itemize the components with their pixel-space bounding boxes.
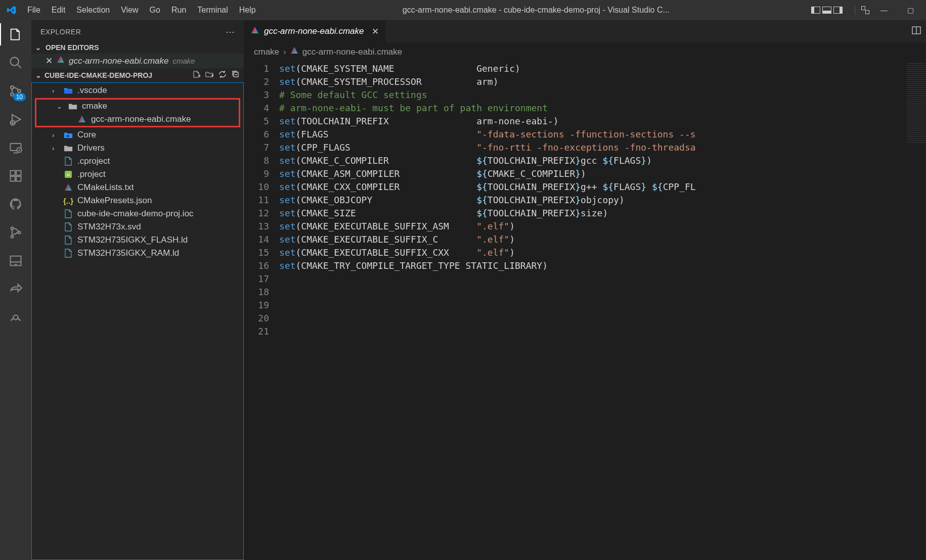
scm-badge: 10 bbox=[13, 93, 26, 101]
window-title: gcc-arm-none-eabi.cmake - cube-ide-cmake… bbox=[261, 6, 811, 15]
svg-rect-23 bbox=[66, 135, 69, 137]
menu-go[interactable]: Go bbox=[145, 4, 165, 17]
search-icon[interactable] bbox=[8, 55, 24, 71]
toggle-panel-right-icon[interactable] bbox=[833, 7, 843, 14]
menu-view[interactable]: View bbox=[116, 4, 143, 17]
cmake-file-icon bbox=[57, 56, 65, 66]
remote-explorer-icon[interactable] bbox=[8, 139, 24, 156]
chevron-down-icon: ⌄ bbox=[35, 71, 41, 79]
share-icon[interactable] bbox=[8, 281, 24, 297]
breadcrumb-folder[interactable]: cmake bbox=[254, 47, 279, 57]
svg-point-11 bbox=[11, 227, 14, 230]
cmake-file-icon bbox=[77, 114, 87, 124]
tab-filename: gcc-arm-none-eabi.cmake bbox=[264, 26, 364, 36]
menu-bar: File Edit Selection View Go Run Terminal… bbox=[22, 4, 261, 17]
svg-rect-9 bbox=[16, 176, 21, 181]
maximize-button[interactable]: ▢ bbox=[899, 0, 922, 20]
cmake-file-icon bbox=[290, 46, 298, 57]
tree-label: CMakePresets.json bbox=[77, 196, 152, 206]
tree-label: cmake bbox=[82, 101, 107, 111]
new-file-icon[interactable] bbox=[192, 70, 200, 80]
activity-bar: 10 bbox=[0, 20, 31, 560]
tree-file-cproject[interactable]: .cproject bbox=[32, 155, 243, 168]
tree-label: .vscode bbox=[77, 85, 107, 96]
menu-edit[interactable]: Edit bbox=[47, 4, 71, 17]
menu-selection[interactable]: Selection bbox=[71, 4, 115, 17]
file-tree: › .vscode ⌄ cmake gcc-arm-none-eabi.cmak… bbox=[31, 82, 244, 560]
svg-rect-7 bbox=[11, 171, 15, 175]
github-icon[interactable] bbox=[8, 196, 24, 212]
chevron-down-icon: ⌄ bbox=[35, 44, 42, 52]
divider bbox=[855, 6, 855, 15]
live-share-icon[interactable] bbox=[8, 309, 24, 325]
run-debug-icon[interactable] bbox=[8, 111, 24, 127]
svg-point-0 bbox=[11, 58, 19, 66]
explorer-more-icon[interactable]: ⋯ bbox=[226, 26, 235, 37]
tree-folder-drivers[interactable]: › Drivers bbox=[32, 142, 243, 155]
tree-file-cmakelists[interactable]: CMakeLists.txt bbox=[32, 181, 243, 194]
new-folder-icon[interactable] bbox=[205, 70, 213, 80]
tree-label: .project bbox=[77, 169, 106, 179]
vscode-logo-icon bbox=[6, 5, 17, 16]
output-panel-icon[interactable] bbox=[8, 253, 24, 269]
cmake-file-icon bbox=[63, 182, 73, 193]
customize-layout-icon[interactable] bbox=[861, 6, 869, 14]
split-editor-icon[interactable] bbox=[912, 26, 921, 37]
editor-tab[interactable]: gcc-arm-none-eabi.cmake ✕ bbox=[244, 20, 386, 42]
tree-label: gcc-arm-none-eabi.cmake bbox=[91, 114, 191, 124]
toggle-panel-bottom-icon[interactable] bbox=[822, 7, 831, 14]
explorer-icon[interactable] bbox=[8, 26, 24, 42]
git-graph-icon[interactable] bbox=[8, 224, 24, 241]
project-section[interactable]: ⌄ CUBE-IDE-CMAKE-DEMO-PROJ bbox=[31, 68, 244, 82]
close-editor-icon[interactable]: ✕ bbox=[46, 56, 53, 66]
tree-label: STM32H73x.svd bbox=[77, 222, 141, 232]
svg-rect-8 bbox=[11, 176, 15, 181]
tree-file-flashld[interactable]: STM32H735IGKX_FLASH.ld bbox=[32, 234, 243, 247]
tree-label: STM32H735IGKX_RAM.ld bbox=[77, 248, 179, 258]
file-icon bbox=[63, 222, 73, 232]
tab-bar: gcc-arm-none-eabi.cmake ✕ bbox=[244, 20, 926, 42]
chevron-right-icon: › bbox=[52, 145, 59, 152]
annotation-highlight: ⌄ cmake gcc-arm-none-eabi.cmake bbox=[35, 98, 240, 127]
svg-point-1 bbox=[11, 86, 14, 89]
tree-file-presets[interactable]: {..} CMakePresets.json bbox=[32, 194, 243, 207]
tree-file-ioc[interactable]: cube-ide-cmake-demo-proj.ioc bbox=[32, 207, 243, 220]
refresh-icon[interactable] bbox=[218, 70, 227, 80]
tree-file-cmake-toolchain[interactable]: gcc-arm-none-eabi.cmake bbox=[36, 113, 239, 126]
source-control-icon[interactable]: 10 bbox=[8, 83, 24, 99]
tree-file-ramld[interactable]: STM32H735IGKX_RAM.ld bbox=[32, 247, 243, 260]
tree-file-svd[interactable]: STM32H73x.svd bbox=[32, 220, 243, 234]
menu-help[interactable]: Help bbox=[234, 4, 261, 17]
toggle-panel-left-icon[interactable] bbox=[811, 7, 820, 14]
svg-text:‹›: ‹› bbox=[67, 172, 70, 177]
code-content[interactable]: set(CMAKE_SYSTEM_NAME Generic)set(CMAKE_… bbox=[279, 61, 907, 560]
open-editor-filename: gcc-arm-none-eabi.cmake bbox=[69, 56, 168, 66]
breadcrumb[interactable]: cmake › gcc-arm-none-eabi.cmake bbox=[244, 42, 926, 61]
minimize-button[interactable]: — bbox=[872, 0, 896, 20]
svg-rect-10 bbox=[16, 171, 21, 175]
svg-point-3 bbox=[18, 89, 21, 92]
close-tab-icon[interactable]: ✕ bbox=[372, 26, 379, 37]
explorer-header: EXPLORER ⋯ bbox=[31, 20, 244, 41]
tree-folder-core[interactable]: › Core bbox=[32, 128, 243, 142]
open-editors-section[interactable]: ⌄ OPEN EDITORS bbox=[31, 41, 244, 54]
tree-label: CMakeLists.txt bbox=[77, 182, 134, 193]
tree-file-project[interactable]: ‹› .project bbox=[32, 168, 243, 181]
tree-folder-cmake[interactable]: ⌄ cmake bbox=[36, 100, 239, 113]
open-editor-item[interactable]: ✕ gcc-arm-none-eabi.cmake cmake bbox=[31, 54, 244, 68]
code-editor[interactable]: 123456789101112131415161718192021 set(CM… bbox=[244, 61, 926, 560]
breadcrumb-file[interactable]: gcc-arm-none-eabi.cmake bbox=[302, 47, 402, 57]
tree-label: STM32H735IGKX_FLASH.ld bbox=[77, 235, 188, 245]
file-icon bbox=[63, 209, 73, 219]
menu-run[interactable]: Run bbox=[166, 4, 191, 17]
tree-folder-vscode[interactable]: › .vscode bbox=[32, 84, 243, 97]
extensions-icon[interactable] bbox=[8, 168, 24, 184]
minimap[interactable] bbox=[907, 63, 926, 144]
explorer-sidebar: EXPLORER ⋯ ⌄ OPEN EDITORS ✕ gcc-arm-none… bbox=[31, 20, 244, 560]
menu-terminal[interactable]: Terminal bbox=[192, 4, 233, 17]
folder-icon bbox=[63, 85, 73, 96]
menu-file[interactable]: File bbox=[22, 4, 46, 17]
svg-point-12 bbox=[11, 236, 14, 238]
collapse-all-icon[interactable] bbox=[232, 70, 240, 80]
tree-label: cube-ide-cmake-demo-proj.ioc bbox=[77, 209, 194, 219]
